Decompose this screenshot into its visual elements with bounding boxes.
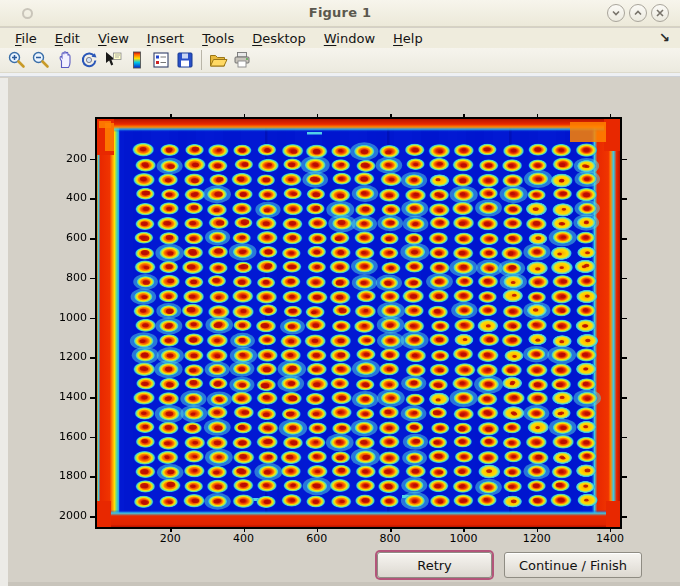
x-tick-label: 1200 bbox=[509, 532, 565, 545]
x-tick-label: 800 bbox=[362, 532, 418, 545]
pan-icon bbox=[55, 50, 75, 70]
menu-view[interactable]: View bbox=[89, 30, 138, 47]
y-tick-right bbox=[622, 238, 627, 240]
y-tick-right bbox=[622, 198, 627, 200]
rotate-3d-icon bbox=[79, 50, 99, 70]
y-tick-right bbox=[622, 357, 627, 359]
menu-desktop[interactable]: Desktop bbox=[243, 30, 315, 47]
zoom-out-icon bbox=[31, 50, 51, 70]
y-tick bbox=[90, 397, 95, 399]
dock-figure-icon[interactable]: ↘ bbox=[659, 30, 670, 45]
x-tick-top bbox=[537, 114, 539, 119]
colorbar-button[interactable] bbox=[125, 49, 149, 72]
y-tick-label: 1200 bbox=[37, 350, 87, 363]
print-figure-button[interactable] bbox=[230, 49, 254, 72]
y-tick-right bbox=[622, 318, 627, 320]
y-tick bbox=[90, 278, 95, 280]
zoom-out-button[interactable] bbox=[29, 49, 53, 72]
y-tick-right bbox=[622, 516, 627, 518]
y-tick bbox=[90, 357, 95, 359]
menu-help[interactable]: Help bbox=[384, 30, 432, 47]
window-left-border bbox=[0, 78, 8, 586]
pan-button[interactable] bbox=[53, 49, 77, 72]
menu-tools[interactable]: Tools bbox=[193, 30, 243, 47]
continue-finish-button[interactable]: Continue / Finish bbox=[504, 552, 642, 578]
x-tick-top bbox=[610, 114, 612, 119]
chevron-up-icon bbox=[632, 7, 644, 19]
data-cursor-icon bbox=[103, 50, 123, 70]
x-tick-label: 600 bbox=[289, 532, 345, 545]
figure-toolbar bbox=[0, 48, 680, 73]
x-tick-label: 1400 bbox=[582, 532, 638, 545]
menu-window[interactable]: Window bbox=[315, 30, 384, 47]
y-tick-label: 1600 bbox=[37, 430, 87, 443]
x-tick-top bbox=[244, 114, 246, 119]
print-figure-icon bbox=[232, 50, 252, 70]
insert-legend-button[interactable] bbox=[149, 49, 173, 72]
toolbar-understrip bbox=[0, 73, 680, 77]
save-figure-button[interactable] bbox=[173, 49, 197, 72]
zoom-in-icon bbox=[7, 50, 27, 70]
y-tick-right bbox=[622, 397, 627, 399]
menu-file[interactable]: File bbox=[6, 30, 46, 47]
y-tick-right bbox=[622, 437, 627, 439]
titlebar: Figure 1 bbox=[0, 0, 680, 27]
y-tick-label: 1800 bbox=[37, 469, 87, 482]
colorbar-icon bbox=[127, 50, 147, 70]
y-tick-label: 1400 bbox=[37, 390, 87, 403]
y-tick bbox=[90, 318, 95, 320]
y-tick-label: 2000 bbox=[37, 509, 87, 522]
y-tick bbox=[90, 516, 95, 518]
x-tick-label: 400 bbox=[216, 532, 272, 545]
window-title: Figure 1 bbox=[0, 5, 680, 20]
retry-button[interactable]: Retry bbox=[377, 552, 492, 578]
window-bottom-border bbox=[8, 582, 680, 586]
close-icon bbox=[654, 7, 666, 19]
x-tick-top bbox=[390, 114, 392, 119]
y-tick bbox=[90, 159, 95, 161]
chevron-down-icon bbox=[610, 7, 622, 19]
x-tick-label: 200 bbox=[142, 532, 198, 545]
y-tick bbox=[90, 437, 95, 439]
rotate-3d-button[interactable] bbox=[77, 49, 101, 72]
minimize-button[interactable] bbox=[607, 4, 625, 22]
x-tick-top bbox=[170, 114, 172, 119]
y-tick-right bbox=[622, 476, 627, 478]
data-cursor-button[interactable] bbox=[101, 49, 125, 72]
open-file-icon bbox=[208, 50, 228, 70]
menu-insert[interactable]: Insert bbox=[138, 30, 193, 47]
menu-edit[interactable]: Edit bbox=[46, 30, 89, 47]
y-tick bbox=[90, 198, 95, 200]
open-file-button[interactable] bbox=[206, 49, 230, 72]
y-tick-label: 400 bbox=[37, 191, 87, 204]
x-tick-top bbox=[463, 114, 465, 119]
x-tick-label: 1000 bbox=[435, 532, 491, 545]
matlab-figure-window: Figure 1 FileEditViewInsertToolsDesktopW… bbox=[0, 0, 680, 586]
y-tick-right bbox=[622, 159, 627, 161]
y-tick-label: 1000 bbox=[37, 311, 87, 324]
close-button[interactable] bbox=[651, 4, 669, 22]
y-tick-right bbox=[622, 278, 627, 280]
y-tick bbox=[90, 238, 95, 240]
toolbar-separator bbox=[201, 50, 202, 70]
y-tick bbox=[90, 476, 95, 478]
x-tick-top bbox=[317, 114, 319, 119]
wellplate-heatmap-image[interactable] bbox=[97, 119, 620, 527]
y-tick-label: 600 bbox=[37, 231, 87, 244]
maximize-button[interactable] bbox=[629, 4, 647, 22]
y-tick-label: 200 bbox=[37, 152, 87, 165]
insert-legend-icon bbox=[151, 50, 171, 70]
menubar: FileEditViewInsertToolsDesktopWindowHelp… bbox=[0, 28, 680, 48]
plot-axes[interactable] bbox=[95, 117, 622, 529]
zoom-in-button[interactable] bbox=[5, 49, 29, 72]
y-tick-label: 800 bbox=[37, 271, 87, 284]
save-figure-icon bbox=[175, 50, 195, 70]
